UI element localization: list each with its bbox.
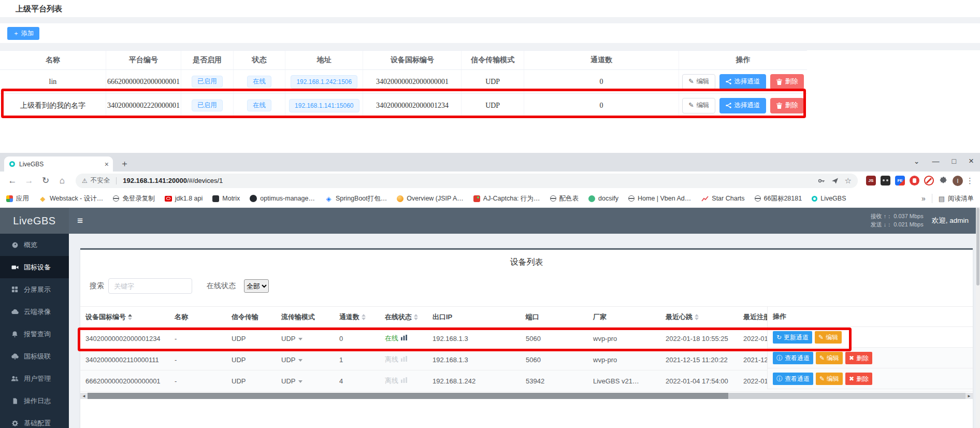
scrollbar-track[interactable] — [88, 393, 965, 399]
edit-button[interactable]: ✎编辑 — [815, 331, 842, 344]
sort-carets-icon[interactable] — [414, 314, 418, 320]
edit-button[interactable]: ✎编辑 — [816, 373, 843, 385]
bookmark-item[interactable]: jdk1.8 api — [165, 195, 203, 202]
scrollbar-thumb[interactable] — [88, 393, 728, 399]
select-channel-button[interactable]: 选择通道 — [719, 74, 766, 90]
delete-button[interactable]: 删除 — [770, 74, 804, 90]
delete-button[interactable]: 删除 — [770, 98, 804, 113]
extension-adblock-icon[interactable] — [910, 176, 919, 186]
sidebar-item-users[interactable]: 用户管理 — [0, 367, 69, 390]
reload-button[interactable]: ↻ — [38, 175, 53, 186]
bookmark-item[interactable]: 免登录复制 — [113, 194, 155, 203]
bookmark-item[interactable]: AJ-Captcha: 行为… — [473, 194, 540, 203]
stream-mode-cell[interactable]: UDP — [276, 377, 334, 385]
device-col-header[interactable]: 设备国标编号 — [80, 312, 169, 322]
delete-button[interactable]: ✖删除 — [845, 373, 872, 385]
device-col-header[interactable]: 最近心跳 — [660, 312, 738, 322]
edit-button[interactable]: ✎编辑 — [682, 74, 715, 90]
tab-close-icon[interactable]: × — [105, 161, 109, 168]
profile-avatar[interactable]: I — [953, 176, 963, 186]
edit-label: 编辑 — [696, 102, 709, 109]
reading-list-button[interactable]: ▤ 阅读清单 — [939, 194, 974, 203]
online-status-select[interactable]: 全部 — [244, 279, 269, 293]
bookmark-item[interactable]: 应用 — [6, 194, 29, 203]
bookmarks-overflow-chevron[interactable]: » — [921, 194, 926, 203]
bookmark-item[interactable]: optimus-manage… — [250, 195, 315, 202]
device-col-header[interactable]: 信令传输 — [226, 312, 276, 322]
delete-button[interactable]: ✖删除 — [845, 352, 872, 364]
vertical-scrollbar — [976, 208, 980, 428]
bookmark-star-icon[interactable]: ☆ — [845, 176, 852, 186]
sort-carets-icon[interactable] — [362, 314, 366, 320]
bandwidth-chart-icon[interactable] — [401, 335, 407, 340]
bookmark-item[interactable]: LiveGBS — [812, 195, 846, 202]
platform-table-row: 上级看到的我的名字34020000002220000001已启用在线192.16… — [0, 94, 807, 118]
scroll-right-arrow[interactable]: ► — [965, 393, 973, 399]
bookmark-item[interactable]: 配色表 — [550, 194, 579, 203]
device-col-header[interactable]: 厂家 — [588, 312, 660, 322]
sidebar-item-cloud[interactable]: 云端录像 — [0, 301, 69, 323]
extensions-puzzle-icon[interactable] — [939, 176, 948, 186]
sidebar-item-gear[interactable]: 基础配置 — [0, 412, 69, 428]
bookmark-item[interactable]: 66国标28181 — [755, 194, 802, 203]
extension-tampermonkey-icon[interactable] — [881, 176, 890, 186]
edit-button[interactable]: ✎编辑 — [682, 98, 715, 113]
welcome-user[interactable]: 欢迎, admin — [932, 216, 969, 225]
sidebar-item-cloudup[interactable]: 国标级联 — [0, 345, 69, 367]
extension-js-icon[interactable]: JS — [866, 176, 876, 186]
sidebar-item-bell[interactable]: 报警查询 — [0, 323, 69, 345]
sidebar-item-video[interactable]: 国标设备 — [0, 256, 69, 278]
warning-icon: ⚠ — [82, 177, 88, 184]
select-channel-button[interactable]: 选择通道 — [719, 98, 766, 113]
bandwidth-chart-icon[interactable] — [401, 377, 407, 383]
stream-mode-cell[interactable]: UDP — [276, 335, 334, 343]
sort-carets-icon[interactable] — [128, 314, 132, 320]
stream-mode-cell[interactable]: UDP — [276, 356, 334, 364]
update-channels-button[interactable]: ↻更新通道 — [773, 331, 812, 344]
sort-carets-icon[interactable] — [695, 314, 699, 320]
add-button[interactable]: ＋ 添加 — [7, 27, 39, 40]
bandwidth-chart-icon[interactable] — [401, 356, 407, 362]
bookmark-item[interactable]: ◆Webstack - 设计… — [39, 194, 103, 203]
send-share-icon[interactable] — [831, 177, 839, 184]
search-input[interactable] — [108, 278, 192, 294]
bookmark-item[interactable]: Star Charts — [701, 195, 744, 203]
chevron-down-icon[interactable]: ⌄ — [914, 157, 920, 165]
browser-tab[interactable]: LiveGBS × — [4, 156, 113, 172]
device-col-header[interactable]: 端口 — [521, 312, 588, 322]
status-badge: 在线 — [247, 99, 271, 111]
maximize-button[interactable]: □ — [952, 157, 956, 165]
extension-blocker-icon[interactable] — [924, 176, 934, 186]
view-channels-button[interactable]: ⓘ查看通道 — [773, 352, 813, 364]
scroll-left-arrow[interactable]: ◄ — [80, 393, 88, 399]
device-col-header[interactable]: 名称 — [169, 312, 226, 322]
edit-button[interactable]: ✎编辑 — [816, 352, 843, 364]
forward-button[interactable]: → — [22, 176, 36, 186]
view-channels-button[interactable]: ⓘ查看通道 — [773, 373, 813, 385]
bookmark-item[interactable]: Home | Vben Ad… — [628, 195, 691, 202]
new-tab-button[interactable]: ＋ — [120, 158, 129, 169]
sidebar-item-grid[interactable]: 分屏展示 — [0, 278, 69, 301]
back-button[interactable]: ← — [5, 176, 20, 186]
app-logo[interactable]: LiveGBS — [0, 208, 69, 234]
bookmark-item[interactable]: Overview (JSIP A… — [397, 195, 464, 202]
device-col-header[interactable]: 通道数 — [334, 312, 380, 322]
browser-menu-icon[interactable]: ⋮ — [966, 176, 974, 186]
vertical-scrollbar-thumb[interactable] — [976, 208, 979, 286]
password-key-icon[interactable] — [818, 177, 825, 184]
hamburger-menu-icon[interactable]: ≡ — [77, 215, 83, 226]
sidebar-item-file[interactable]: 操作日志 — [0, 390, 69, 412]
sidebar-item-gauge[interactable]: 概览 — [0, 234, 69, 256]
bookmark-item[interactable]: Motrix — [212, 195, 240, 202]
bookmark-item[interactable]: docsify — [588, 195, 618, 202]
bookmark-item[interactable]: ◈SpringBoot打包… — [325, 194, 387, 203]
device-col-header[interactable]: 在线状态 — [380, 312, 427, 322]
channel-count-cell: 0 — [334, 335, 380, 343]
minimize-button[interactable]: — — [932, 157, 940, 165]
device-col-header[interactable]: 出口IP — [427, 312, 521, 322]
close-button[interactable]: × — [969, 156, 974, 166]
address-bar[interactable]: ⚠ 不安全 192.168.1.141:20000/#/devices/1 ☆ — [76, 174, 858, 188]
home-button[interactable]: ⌂ — [55, 176, 69, 186]
extension-fehelper-icon[interactable]: FE — [895, 176, 905, 186]
device-col-header[interactable]: 流传输模式 — [276, 312, 334, 322]
